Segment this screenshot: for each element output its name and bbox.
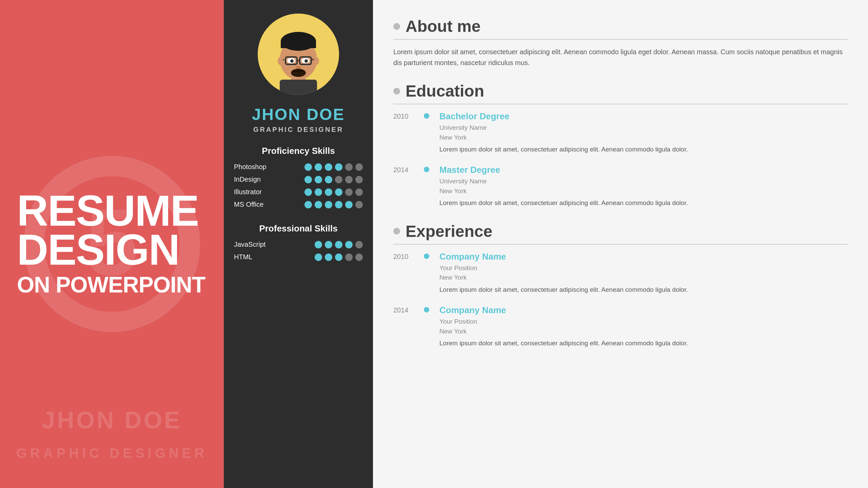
skill-row: MS Office — [234, 201, 363, 208]
proficiency-skills-list: PhotoshopInDesignIllustratorMS Office — [234, 163, 363, 213]
dot-filled — [304, 163, 312, 171]
skill-name: MS Office — [234, 201, 281, 208]
svg-point-17 — [314, 57, 319, 65]
skill-dots — [315, 241, 363, 248]
dot-empty — [355, 201, 363, 208]
dot-filled — [325, 253, 332, 261]
dot-filled — [315, 176, 322, 183]
skill-dots — [304, 163, 363, 171]
skill-name: InDesign — [234, 176, 281, 183]
avatar — [258, 14, 339, 95]
skill-dots — [315, 253, 363, 261]
svg-point-12 — [290, 59, 294, 63]
dot-empty — [355, 253, 363, 261]
dot-empty — [355, 188, 363, 196]
timeline-dot — [424, 307, 429, 312]
middle-panel: JHON DOE GRAPHIC DESIGNER Proficiency Sk… — [224, 0, 373, 488]
timeline-item: 2010 Bachelor Degree University NameNew … — [393, 111, 848, 155]
dot-filled — [315, 253, 322, 261]
timeline-desc: Lorem ipsum dolor sit amet, consectetuer… — [439, 338, 848, 348]
timeline-heading: Master Degree — [439, 165, 848, 175]
timeline-desc: Lorem ipsum dolor sit amet, consectetuer… — [439, 144, 848, 155]
timeline-item: 2014 Company Name Your PositionNew York … — [393, 305, 848, 348]
dot-filled — [345, 201, 353, 208]
timeline-sub: Your PositionNew York — [439, 317, 848, 336]
dot-empty — [345, 253, 353, 261]
dot-filled — [315, 201, 322, 208]
dot-empty — [345, 176, 353, 183]
timeline-year: 2014 — [393, 305, 414, 348]
skill-row: JavaScript — [234, 241, 363, 248]
title-line4: ON POWERPOINT — [17, 272, 207, 297]
timeline-year: 2010 — [393, 251, 414, 295]
timeline-item: 2010 Company Name Your PositionNew York … — [393, 251, 848, 295]
skill-name: Photoshop — [234, 163, 281, 171]
dot-filled — [304, 188, 312, 196]
skill-row: Photoshop — [234, 163, 363, 171]
education-dot — [393, 88, 400, 95]
dot-filled — [335, 253, 342, 261]
watermark-name: JHON DOE — [0, 407, 224, 434]
timeline-dot — [424, 253, 429, 259]
avatar-svg — [261, 20, 336, 95]
experience-dot — [393, 228, 400, 235]
dot-filled — [315, 163, 322, 171]
timeline-sub: University NameNew York — [439, 177, 848, 196]
dot-filled — [325, 176, 332, 183]
education-items: 2010 Bachelor Degree University NameNew … — [393, 111, 848, 208]
timeline-dot — [424, 113, 429, 119]
left-panel: 5 RESUME DESIGN ON POWERPOINT JHON DOE G… — [0, 0, 224, 488]
title-line2: DESIGN — [17, 230, 207, 269]
timeline-content: Company Name Your PositionNew York Lorem… — [439, 251, 848, 295]
svg-point-15 — [291, 69, 306, 77]
about-me-dot — [393, 23, 400, 30]
experience-title: Experience — [406, 222, 492, 241]
dot-filled — [345, 241, 353, 248]
dot-empty — [345, 163, 353, 171]
skill-dots — [304, 176, 363, 183]
dot-empty — [355, 241, 363, 248]
education-title: Education — [406, 82, 484, 100]
dot-filled — [335, 201, 342, 208]
timeline-dot — [424, 167, 429, 172]
skill-row: HTML — [234, 253, 363, 261]
dot-filled — [325, 188, 332, 196]
dot-filled — [304, 201, 312, 208]
timeline-heading: Bachelor Degree — [439, 111, 848, 122]
dot-filled — [315, 241, 322, 248]
watermark-title: GRAPHIC DESIGNER — [0, 446, 224, 461]
experience-items: 2010 Company Name Your PositionNew York … — [393, 251, 848, 349]
timeline-desc: Lorem ipsum dolor sit amet, consectetuer… — [439, 285, 848, 295]
experience-header: Experience — [393, 222, 848, 245]
timeline-content: Bachelor Degree University NameNew York … — [439, 111, 848, 155]
skill-dots — [304, 201, 363, 208]
about-me-header: About me — [393, 17, 848, 40]
timeline-content: Master Degree University NameNew York Lo… — [439, 165, 848, 208]
dot-filled — [335, 241, 342, 248]
svg-rect-1 — [280, 80, 317, 95]
dot-empty — [335, 176, 342, 183]
education-header: Education — [393, 82, 848, 104]
dot-empty — [355, 176, 363, 183]
dot-filled — [325, 201, 332, 208]
person-name: JHON DOE — [252, 105, 345, 124]
skill-name: Illustrator — [234, 188, 281, 196]
dot-filled — [315, 188, 322, 196]
skill-row: Illustrator — [234, 188, 363, 196]
main-title: RESUME DESIGN ON POWERPOINT — [17, 191, 207, 297]
timeline-desc: Lorem ipsum dolor sit amet, consectetuer… — [439, 198, 848, 208]
about-me-title: About me — [406, 17, 480, 36]
timeline-sub: Your PositionNew York — [439, 263, 848, 283]
skill-name: JavaScript — [234, 241, 281, 248]
timeline-heading: Company Name — [439, 251, 848, 262]
dot-empty — [345, 188, 353, 196]
dot-empty — [355, 163, 363, 171]
timeline-sub: University NameNew York — [439, 123, 848, 142]
timeline-year: 2010 — [393, 111, 414, 155]
about-me-section: About me Lorem ipsum dolor sit amet, con… — [393, 17, 848, 68]
timeline-item: 2014 Master Degree University NameNew Yo… — [393, 165, 848, 208]
skill-dots — [304, 188, 363, 196]
person-title: GRAPHIC DESIGNER — [253, 126, 343, 134]
svg-point-13 — [304, 59, 308, 63]
skill-row: InDesign — [234, 176, 363, 183]
